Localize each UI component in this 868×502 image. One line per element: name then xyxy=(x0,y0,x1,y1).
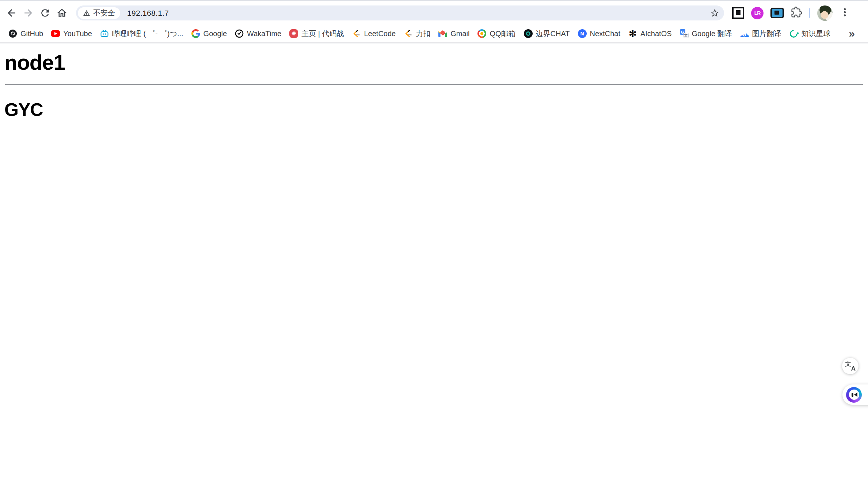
bookmark-label: Google xyxy=(203,30,227,38)
github-icon xyxy=(8,29,17,38)
bookmark-bilibili[interactable]: 哔哩哔哩 ( ゜- ゜)つ... xyxy=(96,26,187,41)
puzzle-icon xyxy=(791,7,802,18)
bookmark-wakatime[interactable]: WakaTime xyxy=(231,26,285,41)
bookmark-label: NextChat xyxy=(590,30,620,38)
bookmark-likou[interactable]: 力扣 xyxy=(400,26,434,41)
bookmark-label: 图片翻译 xyxy=(752,29,781,39)
bookmark-google[interactable]: Google xyxy=(187,26,231,41)
bookmark-youtube[interactable]: YouTube xyxy=(47,26,96,41)
home-button[interactable] xyxy=(53,5,70,22)
back-icon xyxy=(6,7,17,19)
bilibili-icon xyxy=(100,29,109,38)
forward-icon xyxy=(23,7,34,19)
profile-separator xyxy=(809,8,810,18)
bookmarks-bar: GitHub YouTube 哔哩哔哩 ( ゜- ゜)つ... Google W… xyxy=(0,25,868,43)
bookmark-label: 主页 | 代码战 xyxy=(301,29,344,39)
bookmark-label: AIchatOS xyxy=(640,30,672,38)
bookmark-google-translate[interactable]: G文 Google 翻译 xyxy=(676,26,736,41)
robot-right-eye xyxy=(854,392,857,397)
toolbar-right-cluster: LR xyxy=(732,5,850,21)
bookmark-gmail[interactable]: Gmail xyxy=(434,26,473,41)
bookmark-label: GitHub xyxy=(20,30,43,38)
warning-icon xyxy=(83,9,90,17)
lr-extension-icon[interactable]: LR xyxy=(751,7,764,19)
address-bar[interactable]: 不安全 192.168.1.7 xyxy=(76,5,724,20)
google-icon xyxy=(191,29,200,38)
bookmark-label: WakaTime xyxy=(247,30,281,38)
divider xyxy=(5,84,863,85)
google-translate-icon: G文 xyxy=(680,29,689,38)
translate-zh-glyph: 文 xyxy=(845,360,851,368)
security-chip[interactable]: 不安全 xyxy=(78,7,120,19)
bookmark-label: Google 翻译 xyxy=(692,29,732,39)
image-translate-icon: ☁y xyxy=(740,29,749,38)
codewar-icon: ✺ xyxy=(289,29,298,38)
ai-assistant-fab[interactable] xyxy=(842,384,868,405)
bookmark-label: YouTube xyxy=(63,30,92,38)
translate-fab[interactable]: 文 A xyxy=(842,358,859,374)
wakatime-icon xyxy=(235,29,244,38)
assistant-robot-icon xyxy=(846,387,862,403)
bookmark-aichatos[interactable]: ✻ AIchatOS xyxy=(624,26,676,41)
robot-face xyxy=(849,390,859,400)
page-content: node1 GYC xyxy=(0,50,868,120)
zhishixingqiu-icon xyxy=(789,29,798,38)
leetcode-icon xyxy=(404,29,412,38)
bookmark-github[interactable]: GitHub xyxy=(4,26,47,41)
bookmark-label: Gmail xyxy=(450,30,469,38)
leetcode-icon xyxy=(352,29,361,38)
pip-inner xyxy=(774,11,779,15)
bookmark-star-button[interactable] xyxy=(707,6,722,20)
robot-left-eye xyxy=(852,393,853,397)
bookmark-zhishixingqiu[interactable]: 知识星球 xyxy=(785,26,835,41)
nextchat-icon: N xyxy=(578,29,587,38)
star-icon xyxy=(710,8,720,18)
bookmark-nextchat[interactable]: N NextChat xyxy=(574,26,624,41)
extensions-menu-button[interactable] xyxy=(791,7,802,19)
youtube-icon xyxy=(51,29,60,38)
bianjie-chat-icon xyxy=(524,29,533,38)
back-button[interactable] xyxy=(3,5,20,22)
bookmark-bianjie-chat[interactable]: 边界CHAT xyxy=(520,26,574,41)
picture-in-picture-extension-icon[interactable] xyxy=(770,8,784,18)
bookmark-image-translate[interactable]: ☁y 图片翻译 xyxy=(736,26,785,41)
square-extension-inner xyxy=(736,10,741,15)
qqmail-icon xyxy=(477,29,486,38)
reload-icon xyxy=(39,7,51,19)
browser-toolbar: 不安全 192.168.1.7 LR xyxy=(0,0,868,25)
bookmark-codewar-home[interactable]: ✺ 主页 | 代码战 xyxy=(285,26,348,41)
home-icon xyxy=(56,7,68,19)
bookmark-label: 知识星球 xyxy=(802,29,831,39)
profile-avatar[interactable] xyxy=(817,5,833,21)
bookmark-label: 力扣 xyxy=(416,29,430,39)
bookmark-qqmail[interactable]: QQ邮箱 xyxy=(473,26,519,41)
bookmarks-overflow-chevron[interactable]: » xyxy=(849,28,855,39)
forward-button[interactable] xyxy=(20,5,37,22)
bookmark-label: 边界CHAT xyxy=(536,29,570,39)
bookmark-label: QQ邮箱 xyxy=(490,29,515,39)
bookmark-leetcode[interactable]: LeetCode xyxy=(348,26,400,41)
translate-en-glyph: A xyxy=(851,365,856,372)
square-extension-icon[interactable] xyxy=(732,7,744,19)
bookmark-label: 哔哩哔哩 ( ゜- ゜)つ... xyxy=(112,29,183,39)
page-subtitle: GYC xyxy=(4,99,864,120)
reload-button[interactable] xyxy=(37,5,53,22)
browser-menu-button[interactable] xyxy=(840,7,850,19)
bookmark-label: LeetCode xyxy=(364,30,396,38)
page-title: node1 xyxy=(4,50,864,74)
gmail-icon xyxy=(438,29,447,38)
url-text[interactable]: 192.168.1.7 xyxy=(127,9,169,18)
three-dots-icon xyxy=(840,7,850,18)
security-label: 不安全 xyxy=(93,8,115,18)
lr-monogram: LR xyxy=(754,10,761,16)
aichatos-icon: ✻ xyxy=(628,29,637,38)
